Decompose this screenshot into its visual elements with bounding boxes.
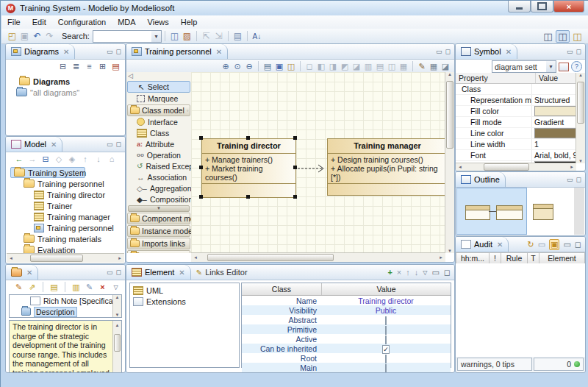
palette-scroll-more[interactable]: ▼ [128, 205, 190, 212]
outline-thumbnail[interactable] [456, 188, 584, 235]
show-grid-icon[interactable]: ▦ [428, 62, 440, 71]
view-menu-icon[interactable]: ▽ [423, 269, 427, 276]
add-element-icon[interactable]: + [387, 268, 392, 277]
edit-content-icon[interactable]: ✎ [84, 283, 95, 292]
selection-handle[interactable] [246, 195, 250, 199]
maximize-panel-icon[interactable]: ◻ [576, 48, 581, 55]
menu-mda[interactable]: MDA [112, 15, 141, 29]
palette-drawer-imports-links[interactable]: Imports links [127, 238, 190, 249]
maximize-panel-icon[interactable]: ◻ [116, 141, 121, 148]
model-hscrollbar[interactable]: ◂▸ [7, 253, 124, 263]
add-note-icon[interactable]: ▤ [49, 283, 60, 292]
column-header-value[interactable]: Value [322, 283, 451, 295]
symbol-row-class[interactable]: Class [456, 84, 576, 95]
auto-audit-toggle-icon[interactable]: ▣ [549, 239, 559, 250]
class-box-training-manager[interactable]: Training manager + Design training cours… [327, 138, 445, 196]
align-right-icon[interactable]: ◨ [327, 62, 339, 71]
new-project-icon[interactable]: ◰ [6, 31, 18, 41]
add-rich-note-icon[interactable]: ▥ [71, 283, 82, 292]
palette-drawer-component-model[interactable]: Component model [127, 213, 190, 224]
collapse-all-icon[interactable]: ⊟ [57, 62, 68, 71]
clear-audit-icon[interactable]: ▭ [538, 240, 545, 249]
property-row-can-be-inherited[interactable]: Can be inherited ✓ [242, 344, 451, 353]
move-down-icon[interactable]: ↓ [93, 155, 104, 163]
align-bottom-icon[interactable]: ◪ [351, 62, 362, 71]
tab-close-icon[interactable]: ✕ [506, 48, 512, 56]
property-row-main[interactable]: Main [242, 363, 451, 372]
maximize-panel-icon[interactable]: ◻ [575, 240, 581, 249]
selection-handle[interactable] [246, 136, 250, 140]
symbol-row-fill-color[interactable]: Fill color [456, 106, 576, 117]
style-selector[interactable]: diagram sett ▾ [492, 60, 556, 73]
property-row-primitive[interactable]: Primitive [242, 324, 451, 334]
note-item-description[interactable]: Description [10, 306, 121, 317]
tree-item-training-personnel-diagram[interactable]: Training personnel [10, 222, 125, 233]
palette-collapse-icon[interactable]: ◁ [126, 72, 191, 81]
tab-training-personnel-diagram[interactable]: Training personnel ✕ [126, 44, 228, 59]
sort-az-icon[interactable]: A↓ [251, 32, 263, 40]
marquee-zoom-icon[interactable]: ◻ [304, 62, 315, 71]
selection-handle[interactable] [293, 195, 297, 199]
home-icon[interactable]: ⌂ [107, 155, 118, 163]
audit-table-body[interactable] [456, 263, 585, 355]
align-top-icon[interactable]: ◩ [339, 62, 351, 71]
tree-item-extensions[interactable]: Extensions [130, 296, 239, 307]
export-note-icon[interactable]: ⇗ [26, 283, 37, 292]
minimize-button[interactable] [508, 1, 531, 13]
dependency-link[interactable] [298, 164, 327, 173]
zoom-out-icon[interactable]: ⊖ [243, 62, 255, 71]
same-height-icon[interactable]: ▦ [398, 62, 409, 71]
distribute-h-icon[interactable]: ▥ [362, 62, 374, 71]
tab-symbol[interactable]: Symbol ✕ [456, 44, 517, 59]
maximize-panel-icon[interactable]: ◻ [444, 268, 451, 277]
delete-note-icon[interactable]: × [97, 283, 108, 291]
collapse-hierarchy-icon[interactable]: ⇲ [212, 31, 225, 41]
align-left-icon[interactable]: ◧ [315, 62, 327, 71]
symbol-row-font[interactable]: FontArial, bold, 9 [456, 150, 576, 161]
menu-help[interactable]: Help [175, 15, 204, 29]
view-menu-icon[interactable]: ▽ [110, 284, 121, 291]
symbol-vscrollbar[interactable]: ▲ ▼ [576, 73, 585, 163]
help-icon[interactable]: ? [571, 61, 582, 72]
palette-item-class[interactable]: Class [126, 127, 191, 138]
minimize-panel-icon[interactable]: ▭ [107, 269, 113, 276]
flat-view-icon[interactable]: ≡ [84, 62, 95, 71]
column-header-type[interactable]: T [528, 252, 539, 264]
main-checkbox[interactable] [385, 364, 387, 373]
tree-item-trainer[interactable]: Trainer [10, 200, 125, 211]
note-description-text[interactable]: The training director is in charge of th… [9, 320, 122, 373]
maximize-panel-icon[interactable]: ◻ [445, 48, 451, 55]
current-perspective-icon[interactable]: ◫ [556, 30, 570, 43]
edit-style-icon[interactable] [559, 63, 569, 71]
palette-drawer-class-model[interactable]: Class model ◦ [127, 104, 190, 116]
can-be-inherited-checkbox[interactable]: ✓ [382, 345, 390, 354]
minimize-panel-icon[interactable]: ▭ [436, 48, 442, 55]
line-color-swatch[interactable] [534, 128, 576, 138]
maximize-panel-icon[interactable]: ◻ [116, 269, 121, 276]
selection-handle[interactable] [293, 136, 297, 140]
minimize-panel-icon[interactable]: ▭ [107, 141, 113, 148]
maximize-panel-icon[interactable]: ◻ [116, 48, 121, 55]
zoom-in-icon[interactable]: ⊕ [220, 62, 232, 71]
document-icon[interactable]: ▤ [232, 31, 244, 41]
redo-icon[interactable]: ↷ [43, 31, 56, 41]
move-up-icon[interactable]: ↑ [80, 155, 91, 163]
menu-file[interactable]: File [1, 15, 26, 29]
tab-element[interactable]: Element ✕ [126, 265, 191, 280]
drawer-pin-icon[interactable]: ◦ [187, 107, 190, 114]
link-mode-icon[interactable]: ◇ [54, 155, 65, 164]
column-header-class[interactable]: Class [242, 283, 322, 295]
close-button[interactable]: × [553, 1, 584, 13]
save-icon[interactable]: ▣ [18, 31, 31, 41]
tab-model[interactable]: Model ✕ [6, 137, 62, 152]
symbol-row-line-width[interactable]: Line width1 [456, 139, 576, 150]
undo-icon[interactable]: ↶ [31, 31, 43, 41]
notes-list-scrollbar[interactable]: ▲▼ [112, 295, 121, 317]
open-perspective-icon[interactable]: ◫ [542, 31, 554, 42]
delete-element-icon[interactable]: × [397, 268, 401, 277]
property-row-abstract[interactable]: Abstract [242, 315, 451, 324]
abstract-checkbox[interactable] [385, 316, 387, 325]
selection-handle[interactable] [199, 136, 203, 140]
palette-item-raised-exception[interactable]: ↺Raised Exception [126, 160, 191, 171]
palette-item-interface[interactable]: Interface [126, 116, 191, 127]
